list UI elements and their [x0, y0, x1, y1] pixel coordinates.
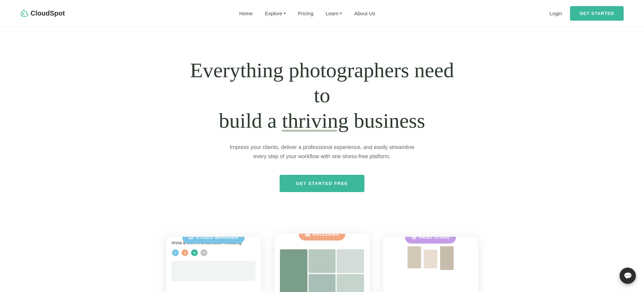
nav-item-home[interactable]: Home	[239, 11, 253, 17]
gallery-img-4	[308, 274, 336, 292]
features-preview: 🗂 STUDIO MANAGER Anna & John's Destinati…	[0, 212, 644, 292]
gallery-img-2	[308, 249, 336, 273]
nav-item-about[interactable]: About Us	[354, 11, 375, 17]
print-shelf	[386, 246, 475, 270]
gallery-img-3	[337, 249, 364, 273]
brand-logo[interactable]: CloudSpot	[20, 9, 65, 18]
studio-manager-card: 🗂 STUDIO MANAGER Anna & John's Destinati…	[166, 237, 261, 292]
hero-section: Everything photographers need to build a…	[0, 27, 644, 212]
nav-links: Home Explore ▾ Pricing Learn ▾ About Us	[239, 11, 375, 17]
chat-icon: 💬	[624, 272, 632, 280]
galleries-card: 🖼 GALLERIES	[274, 234, 370, 292]
gallery-img-1	[280, 249, 307, 292]
nav-right: Login GET STARTED	[550, 6, 624, 21]
hero-headline: Everything photographers need to build a…	[183, 58, 461, 133]
hero-headline-line2-end: business	[348, 109, 425, 132]
print-item-3	[440, 246, 454, 270]
nav-item-pricing[interactable]: Pricing	[298, 11, 314, 17]
svg-point-0	[22, 13, 24, 15]
logo-icon	[20, 9, 29, 18]
chevron-down-icon: ▾	[284, 11, 286, 16]
print-item-2	[424, 250, 437, 268]
avatar-2: J	[181, 249, 189, 257]
studio-icon: 🗂	[188, 237, 193, 240]
avatar-more: +2	[200, 249, 208, 257]
print-item-1	[408, 246, 421, 268]
hero-subtitle: Impress your clients, deliver a professi…	[227, 143, 417, 161]
get-started-free-button[interactable]: GET STARTED FREE	[280, 175, 364, 192]
hero-headline-highlight: thriving	[282, 109, 348, 132]
studio-avatars: A J A +2	[171, 249, 255, 257]
galleries-card-body	[274, 234, 370, 292]
get-started-nav-button[interactable]: GET STARTED	[570, 6, 624, 21]
galleries-icon: 🖼	[305, 234, 310, 237]
brand-name: CloudSpot	[31, 9, 65, 17]
print-store-card: 🛍 PRINT STORE SHAUNA JORDON	[383, 237, 478, 292]
login-link[interactable]: Login	[550, 11, 562, 16]
chat-widget[interactable]: 💬	[620, 268, 636, 284]
gallery-img-5	[337, 274, 364, 292]
studio-badge: 🗂 STUDIO MANAGER	[182, 237, 245, 244]
nav-item-learn[interactable]: Learn ▾	[326, 11, 342, 16]
print-card-body: SHAUNA JORDON	[383, 237, 478, 292]
print-icon: 🛍	[411, 237, 416, 240]
hero-headline-line2-start: build a	[219, 109, 282, 132]
gallery-images	[280, 249, 364, 292]
print-badge: 🛍 PRINT STORE	[405, 237, 456, 244]
studio-card-body: Anna & John's Destination Wedding A J A …	[166, 237, 261, 292]
avatar-1: A	[171, 249, 179, 257]
avatar-3: A	[190, 249, 198, 257]
chevron-down-icon: ▾	[340, 11, 342, 16]
navbar: CloudSpot Home Explore ▾ Pricing Learn ▾…	[0, 0, 644, 27]
galleries-badge: 🖼 GALLERIES	[299, 234, 345, 241]
nav-item-explore[interactable]: Explore ▾	[265, 11, 286, 16]
hero-headline-line1: Everything photographers need to	[190, 59, 454, 107]
